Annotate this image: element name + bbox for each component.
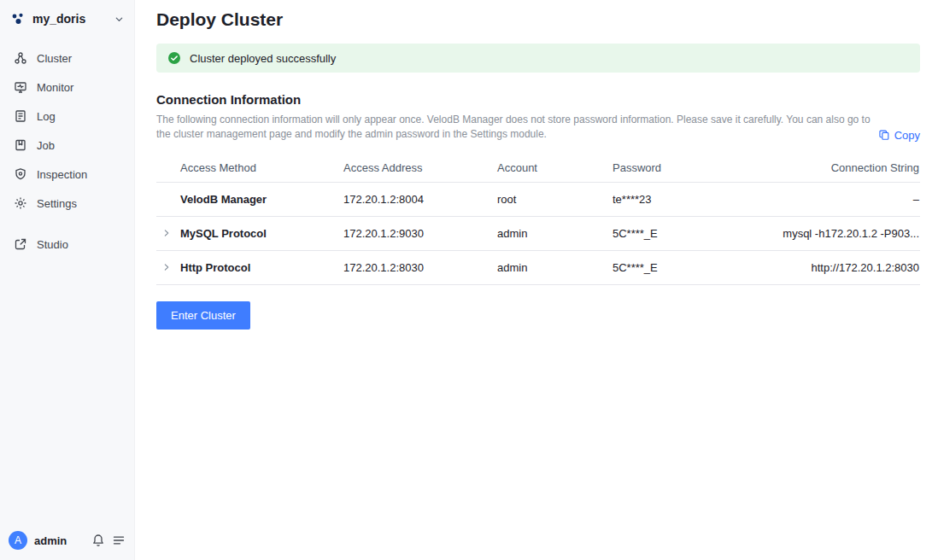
password-cell: 5C****_E [613, 216, 769, 250]
cluster-icon [14, 51, 27, 65]
col-password: Password [613, 154, 769, 183]
access-method-cell: MySQL Protocol [156, 216, 343, 250]
job-icon [14, 138, 27, 152]
table-row[interactable]: Http Protocol 172.20.1.2:8030 admin 5C**… [156, 250, 920, 284]
sidebar-item-label: Log [37, 110, 56, 123]
workspace-switcher[interactable]: my_doris [0, 0, 134, 36]
connection-description: The following connection information wil… [156, 113, 874, 143]
connection-table: Access Method Access Address Account Pas… [156, 154, 920, 285]
connection-string-cell: http://172.20.1.2:8030 [769, 250, 920, 284]
access-address-cell: 172.20.1.2:9030 [343, 216, 497, 250]
access-address-cell: 172.20.1.2:8004 [343, 182, 497, 216]
sidebar-item-settings[interactable]: Settings [0, 189, 134, 218]
password-cell: te****23 [613, 182, 769, 216]
sidebar-item-cluster[interactable]: Cluster [0, 44, 134, 73]
settings-icon [14, 196, 27, 210]
connection-string-cell: – [769, 182, 920, 216]
access-method-cell: VelodB Manager [156, 182, 343, 216]
sidebar-item-inspection[interactable]: Inspection [0, 160, 134, 189]
menu-list-icon[interactable] [112, 534, 126, 547]
log-icon [14, 109, 27, 123]
account-cell: admin [497, 250, 613, 284]
external-link-icon [14, 237, 27, 251]
description-row: The following connection information wil… [156, 113, 920, 143]
bell-icon[interactable] [91, 534, 105, 547]
copy-button[interactable]: Copy [878, 129, 920, 142]
account-cell: admin [497, 216, 613, 250]
chevron-down-icon [114, 15, 124, 24]
sidebar-item-log[interactable]: Log [0, 102, 134, 131]
section-title: Connection Information [156, 92, 920, 107]
check-circle-icon [167, 51, 181, 65]
success-banner-text: Cluster deployed successfully [190, 52, 336, 65]
table-row[interactable]: MySQL Protocol 172.20.1.2:9030 admin 5C*… [156, 216, 920, 250]
page-title: Deploy Cluster [156, 9, 920, 30]
sidebar-item-monitor[interactable]: Monitor [0, 73, 134, 102]
copy-icon [878, 129, 890, 141]
sidebar-footer: A admin [0, 521, 134, 560]
connection-string-cell: mysql -h172.20.1.2 -P903... [769, 216, 920, 250]
password-cell: 5C****_E [613, 250, 769, 284]
col-connection-string: Connection String [769, 154, 920, 183]
inspection-icon [14, 167, 27, 181]
avatar[interactable]: A [9, 531, 27, 550]
success-banner: Cluster deployed successfully [156, 44, 920, 73]
sidebar-item-label: Studio [37, 238, 68, 251]
col-access-address: Access Address [343, 154, 497, 183]
col-account: Account [497, 154, 613, 183]
workspace-name: my_doris [32, 12, 108, 26]
sidebar-item-label: Settings [37, 197, 77, 210]
sidebar: my_doris Cluster Monitor Log [0, 0, 135, 560]
sidebar-item-label: Monitor [37, 81, 73, 94]
account-cell: root [497, 182, 613, 216]
user-name: admin [34, 534, 85, 547]
sidebar-item-label: Cluster [37, 52, 72, 65]
sidebar-item-job[interactable]: Job [0, 131, 134, 160]
copy-label: Copy [894, 129, 920, 142]
sidebar-menu: Cluster Monitor Log Job Inspection [0, 44, 134, 259]
expand-chevron-icon[interactable] [162, 263, 171, 271]
enter-cluster-button[interactable]: Enter Cluster [156, 301, 250, 330]
table-row: VelodB Manager 172.20.1.2:8004 root te**… [156, 182, 920, 216]
table-header-row: Access Method Access Address Account Pas… [156, 154, 920, 183]
doris-logo [10, 11, 26, 26]
sidebar-item-label: Job [37, 139, 55, 152]
main-content: Deploy Cluster Cluster deployed successf… [135, 0, 938, 560]
access-method-cell: Http Protocol [156, 250, 343, 284]
monitor-icon [14, 80, 27, 94]
access-address-cell: 172.20.1.2:8030 [343, 250, 497, 284]
sidebar-item-label: Inspection [37, 168, 87, 181]
col-access-method: Access Method [156, 154, 343, 183]
expand-chevron-icon[interactable] [162, 229, 171, 237]
sidebar-item-studio[interactable]: Studio [0, 230, 134, 259]
